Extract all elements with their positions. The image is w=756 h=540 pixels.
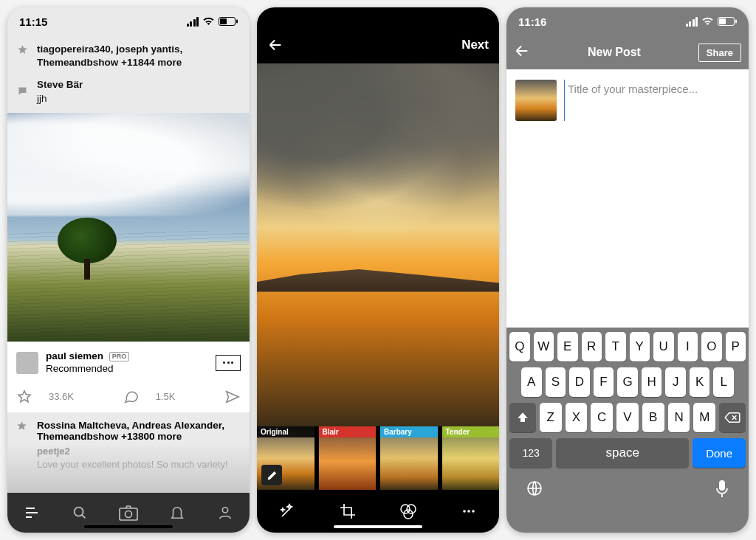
key-f[interactable]: F <box>594 367 614 397</box>
nav-title: New Post <box>588 46 641 59</box>
edit-icon[interactable] <box>261 465 282 485</box>
tool-magic[interactable] <box>269 494 305 529</box>
wifi-icon <box>701 17 714 26</box>
feed-peek: peetje2 Love your excellent photos! So m… <box>7 443 250 494</box>
svg-rect-14 <box>719 18 726 24</box>
notification-faves-2[interactable]: Rossina Maltcheva, Andreas Alexander, Th… <box>7 412 250 443</box>
filter-barbary[interactable]: Barbary <box>380 426 438 490</box>
home-indicator[interactable] <box>84 525 173 528</box>
key-e[interactable]: E <box>557 332 578 361</box>
avatar[interactable] <box>16 352 38 374</box>
tab-profile[interactable] <box>209 496 241 529</box>
notification-faves[interactable]: tiagopereira340, joseph yantis, Themeand… <box>7 35 250 77</box>
key-d[interactable]: D <box>569 367 590 397</box>
key-z[interactable]: Z <box>540 403 562 432</box>
filter-strip[interactable]: Original Blair Barbary Tender <box>257 426 499 490</box>
tool-more[interactable] <box>451 494 487 529</box>
key-w[interactable]: W <box>534 332 554 361</box>
tab-search[interactable] <box>63 496 96 529</box>
key-l[interactable]: L <box>713 367 734 397</box>
key-u[interactable]: U <box>653 332 674 361</box>
key-done[interactable]: Done <box>693 438 746 468</box>
feed-photo[interactable] <box>7 113 250 342</box>
wifi-icon <box>202 17 215 26</box>
key-h[interactable]: H <box>642 367 662 397</box>
screen-editor: Next Original Blair Barbary Tender <box>257 7 499 533</box>
compose-row: Title of your masterpiece... <box>506 69 749 131</box>
status-time: 11:15 <box>19 15 47 28</box>
key-r[interactable]: R <box>582 332 602 361</box>
globe-icon[interactable] <box>526 480 543 499</box>
key-t[interactable]: T <box>605 332 626 361</box>
next-button[interactable]: Next <box>461 38 489 52</box>
key-space[interactable]: space <box>556 438 689 468</box>
more-button[interactable] <box>216 355 241 371</box>
key-o[interactable]: O <box>701 332 722 361</box>
key-x[interactable]: X <box>566 403 588 432</box>
key-m[interactable]: M <box>693 403 715 432</box>
key-k[interactable]: K <box>690 367 710 397</box>
tab-camera[interactable] <box>112 496 145 529</box>
svg-rect-15 <box>735 20 737 24</box>
tab-feed[interactable] <box>16 496 48 529</box>
author-name: paul siemen <box>46 350 103 361</box>
share-button[interactable]: Share <box>698 44 741 62</box>
key-s[interactable]: S <box>546 367 566 397</box>
key-j[interactable]: J <box>665 367 686 397</box>
keyboard-row-4: 123 space Done <box>509 438 746 468</box>
status-bar: 11:15 <box>7 7 250 35</box>
tool-crop[interactable] <box>330 494 365 529</box>
svg-point-6 <box>223 508 228 513</box>
back-button[interactable] <box>263 32 288 58</box>
svg-rect-4 <box>120 508 137 520</box>
screen-feed: 11:15 tiagopereira340, joseph yantis, Th… <box>7 7 250 533</box>
svg-point-8 <box>407 505 416 513</box>
key-v[interactable]: V <box>616 403 639 432</box>
battery-icon <box>718 17 737 26</box>
key-b[interactable]: B <box>642 403 664 432</box>
comment-button[interactable] <box>123 389 140 405</box>
filter-blair[interactable]: Blair <box>319 426 377 490</box>
signal-icon <box>686 17 698 27</box>
share-button[interactable] <box>224 389 241 405</box>
status-bar: 11:16 <box>506 7 749 35</box>
tab-notifications[interactable] <box>161 496 193 529</box>
post-author-row[interactable]: paul siemen PRO Recommended <box>7 342 250 384</box>
tool-color[interactable] <box>391 494 426 529</box>
post-thumbnail[interactable] <box>515 80 557 121</box>
svg-rect-2 <box>236 20 238 24</box>
notification-comment[interactable]: Steve Bärjjh <box>7 77 250 112</box>
keyboard-row-2: ASDFGHJKL <box>509 367 746 397</box>
status-time: 11:16 <box>518 15 546 28</box>
filter-original[interactable]: Original <box>257 426 315 490</box>
key-g[interactable]: G <box>617 367 638 397</box>
editor-photo[interactable] <box>257 63 499 426</box>
key-c[interactable]: C <box>591 403 613 432</box>
key-a[interactable]: A <box>521 367 542 397</box>
fave-button[interactable] <box>16 389 32 405</box>
svg-point-9 <box>404 510 413 519</box>
mic-icon[interactable] <box>715 480 729 499</box>
back-button[interactable] <box>514 43 530 62</box>
keyboard-row-1: QWERTYUIOP <box>509 332 746 361</box>
svg-point-10 <box>463 510 466 513</box>
key-backspace[interactable] <box>719 403 746 432</box>
svg-point-11 <box>467 510 470 513</box>
svg-point-3 <box>75 508 83 516</box>
filter-tender[interactable]: Tender <box>442 426 500 490</box>
key-n[interactable]: N <box>668 403 690 432</box>
keyboard-row-3: ZXCVBNM <box>509 403 746 432</box>
key-123[interactable]: 123 <box>509 438 552 468</box>
svg-point-12 <box>472 510 475 513</box>
key-p[interactable]: P <box>726 332 746 361</box>
newpost-nav: New Post Share <box>506 35 749 69</box>
key-i[interactable]: I <box>678 332 698 361</box>
title-input[interactable]: Title of your masterpiece... <box>564 80 740 121</box>
star-icon <box>16 44 28 55</box>
key-y[interactable]: Y <box>630 332 650 361</box>
home-indicator[interactable] <box>334 525 422 528</box>
key-q[interactable]: Q <box>509 332 530 361</box>
key-shift[interactable] <box>509 403 536 432</box>
notification-faves-text: tiagopereira340, joseph yantis, Themeand… <box>37 44 182 68</box>
author-subtitle: Recommended <box>46 363 114 374</box>
